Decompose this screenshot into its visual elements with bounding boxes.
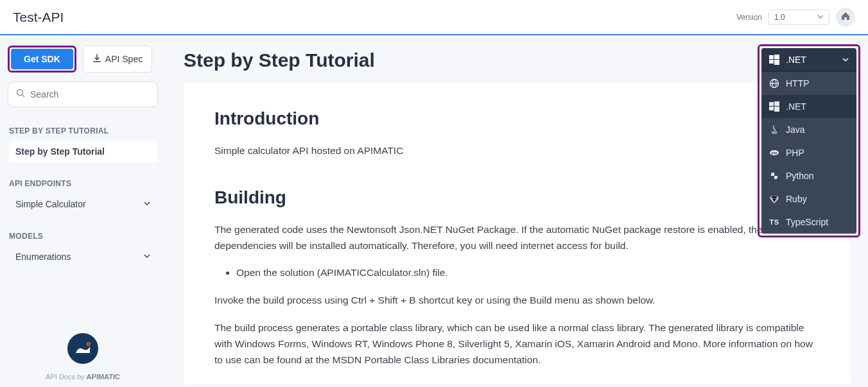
search-icon <box>16 89 25 100</box>
search-input-wrap[interactable] <box>8 82 158 107</box>
language-option-http[interactable]: HTTP <box>761 72 856 95</box>
sidebar-item-label: Enumerations <box>15 252 71 262</box>
svg-line-1 <box>22 95 24 97</box>
home-icon <box>840 11 851 24</box>
php-icon: php <box>769 148 779 158</box>
building-paragraph: The generated code uses the Newtonsoft J… <box>214 222 819 254</box>
language-option-label: .NET <box>786 101 806 112</box>
nav-heading-tutorial: STEP BY STEP TUTORIAL <box>9 126 157 135</box>
python-icon <box>769 171 779 181</box>
page-title: Step by Step Tutorial <box>184 49 850 71</box>
svg-rect-7 <box>774 60 779 65</box>
intro-heading: Introduction <box>214 108 819 129</box>
version-value: 1.0 <box>774 13 785 22</box>
main-content: Step by Step Tutorial Introduction Simpl… <box>166 35 868 387</box>
language-option-typescript[interactable]: TS TypeScript <box>761 211 856 234</box>
api-spec-label: API Spec <box>105 54 143 64</box>
chevron-down-icon <box>817 13 824 21</box>
sidebar-item-simple-calculator[interactable]: Simple Calculator <box>9 193 157 215</box>
language-selected-label: .NET <box>786 55 806 65</box>
version-select[interactable]: 1.0 <box>768 10 829 25</box>
sidebar-item-step-tutorial[interactable]: Step by Step Tutorial <box>9 141 157 162</box>
nav-heading-models: MODELS <box>9 232 157 241</box>
language-option-label: Java <box>786 125 805 135</box>
globe-icon <box>769 78 779 89</box>
sidebar-item-label: Step by Step Tutorial <box>15 146 105 157</box>
brand-logo <box>67 333 98 364</box>
list-item: Open the solution (APIMATICCalculator.sl… <box>236 265 819 281</box>
svg-text:php: php <box>771 151 777 155</box>
windows-icon <box>769 55 779 65</box>
chevron-down-icon <box>144 200 150 209</box>
download-icon <box>92 54 101 65</box>
svg-point-3 <box>88 343 89 345</box>
search-input[interactable] <box>30 89 150 99</box>
nav-heading-endpoints: API ENDPOINTS <box>9 179 157 188</box>
svg-rect-14 <box>774 107 779 112</box>
svg-rect-4 <box>769 55 774 59</box>
language-panel-highlight: .NET HTTP <box>758 44 860 237</box>
get-sdk-highlight: Get SDK <box>8 46 76 73</box>
topbar-right: Version 1.0 <box>736 8 855 27</box>
content-card: Introduction Simple calculator API hoste… <box>184 83 850 384</box>
sidebar-item-enumerations[interactable]: Enumerations <box>9 246 157 268</box>
building-heading: Building <box>214 187 819 208</box>
building-paragraph: The build process generates a portable c… <box>214 320 819 368</box>
chevron-down-icon <box>842 55 849 65</box>
language-dropdown: .NET HTTP <box>761 48 856 234</box>
language-option-label: Ruby <box>786 194 807 204</box>
language-option-java[interactable]: Java <box>761 118 856 141</box>
windows-icon <box>769 101 779 112</box>
language-option-dotnet[interactable]: .NET <box>761 95 856 118</box>
language-option-list: HTTP .NET Java <box>761 72 856 234</box>
version-label: Version <box>736 13 762 22</box>
svg-rect-12 <box>774 101 779 106</box>
footer-credit: API Docs by APIMATIC <box>5 373 161 381</box>
building-list: Open the solution (APIMATICCalculator.sl… <box>214 265 819 281</box>
language-option-php[interactable]: php PHP <box>761 141 856 164</box>
language-option-python[interactable]: Python <box>761 164 856 187</box>
svg-rect-5 <box>774 55 779 59</box>
java-icon <box>769 125 779 135</box>
svg-rect-13 <box>769 107 774 110</box>
home-button[interactable] <box>836 8 855 27</box>
sidebar: Get SDK API Spec STEP BY STEP TUTORIAL S… <box>0 35 166 387</box>
chevron-down-icon <box>144 252 150 261</box>
language-option-label: HTTP <box>786 78 810 89</box>
api-spec-button[interactable]: API Spec <box>83 46 152 73</box>
svg-point-0 <box>17 90 23 96</box>
typescript-icon: TS <box>769 217 779 227</box>
ruby-icon <box>769 194 779 204</box>
language-option-label: PHP <box>786 148 804 158</box>
language-option-ruby[interactable]: Ruby <box>761 187 856 211</box>
svg-rect-11 <box>769 102 774 106</box>
building-paragraph: Invoke the build process using Ctrl + Sh… <box>214 293 819 309</box>
svg-rect-6 <box>769 60 774 64</box>
topbar: Test-API Version 1.0 <box>0 0 868 35</box>
get-sdk-button[interactable]: Get SDK <box>11 49 73 69</box>
gear-icon <box>85 338 92 345</box>
language-option-label: Python <box>786 171 814 181</box>
app-title: Test-API <box>13 10 64 25</box>
language-selected[interactable]: .NET <box>761 48 856 72</box>
intro-text: Simple calculator API hosted on APIMATIC <box>214 143 819 159</box>
language-option-label: TypeScript <box>786 217 828 227</box>
sidebar-item-label: Simple Calculator <box>15 199 86 209</box>
